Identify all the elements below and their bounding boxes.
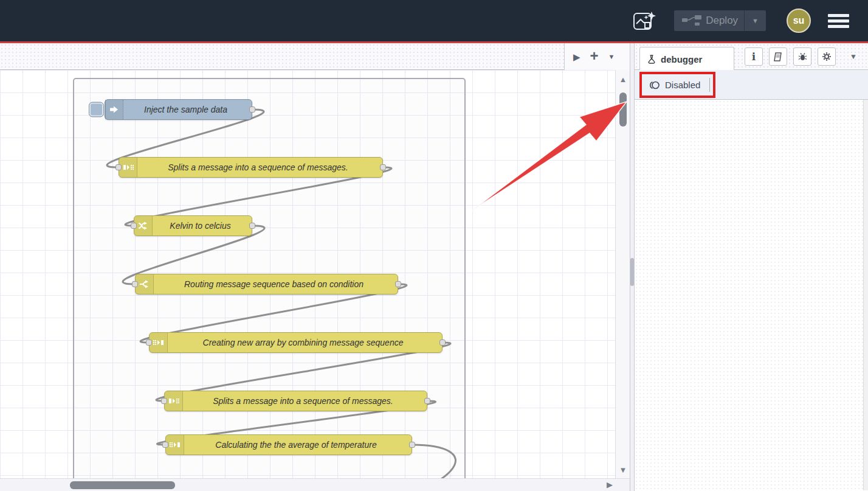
input-port[interactable]: [115, 164, 122, 170]
node-label: Kelvin to celcius: [153, 221, 252, 231]
sidebar-scrollbar[interactable]: [863, 100, 868, 490]
gear-icon: [822, 52, 832, 61]
canvas-vertical-scrollbar[interactable]: ▲ ▼: [615, 70, 630, 478]
scroll-right-icon[interactable]: ▶: [607, 480, 613, 489]
node-inject[interactable]: Inject the sample data: [105, 99, 252, 120]
output-port[interactable]: [380, 164, 386, 170]
deploy-label: Deploy: [704, 15, 744, 27]
output-port[interactable]: [439, 340, 446, 346]
input-port[interactable]: [161, 398, 167, 404]
annotation-highlight-box: Disabled: [639, 72, 715, 98]
flow-list-icon[interactable]: ▼: [608, 54, 615, 60]
add-flow-icon[interactable]: +: [590, 49, 599, 63]
node-label: Creating new array by combining message …: [168, 338, 442, 347]
split-icon: [119, 158, 137, 177]
change-icon: [134, 216, 153, 235]
info-icon: i: [752, 50, 756, 63]
input-port[interactable]: [146, 340, 152, 346]
toggle-icon: [647, 81, 660, 89]
ai-flow-icon[interactable]: [633, 10, 657, 31]
workspace-tab-strip: ▶ + ▼: [0, 43, 630, 70]
join-icon: [166, 435, 184, 454]
debug-messages-panel[interactable]: [635, 100, 868, 490]
node-switch[interactable]: Routing message sequence based on condit…: [135, 274, 398, 294]
flow-canvas[interactable]: Inject the sample data Splits a message …: [0, 70, 630, 491]
deploy-caret-icon[interactable]: ▼: [744, 10, 766, 31]
node-label: Splits a message into a sequence of mess…: [183, 396, 427, 406]
output-port[interactable]: [249, 106, 255, 113]
node-split[interactable]: Splits a message into a sequence of mess…: [119, 157, 383, 178]
flow-editor: ▶ + ▼: [0, 43, 630, 491]
settings-button[interactable]: [818, 47, 836, 66]
output-port[interactable]: [395, 281, 401, 287]
main-menu-icon[interactable]: [828, 14, 849, 28]
info-button[interactable]: i: [745, 47, 763, 66]
tab-debugger-label: debugger: [661, 54, 702, 64]
switch-icon: [136, 274, 154, 294]
input-port[interactable]: [131, 223, 137, 229]
scroll-down-icon[interactable]: ▼: [616, 465, 630, 475]
user-avatar[interactable]: su: [787, 9, 811, 33]
scroll-up-icon[interactable]: ▲: [616, 75, 630, 84]
debug-button[interactable]: [793, 47, 811, 66]
debug-toolbar: Disabled: [635, 70, 868, 100]
node-label: Inject the sample data: [123, 105, 252, 114]
node-label: Splits a message into a sequence of mess…: [137, 162, 382, 172]
toolbar-separator: [709, 78, 710, 92]
tab-controls: ▶ + ▼: [564, 43, 630, 70]
deploy-nodes-icon: [681, 15, 702, 26]
app-header: Deploy ▼ su: [0, 0, 868, 41]
tab-scroll-right-icon[interactable]: ▶: [573, 52, 580, 61]
book-icon: [773, 52, 783, 61]
output-port[interactable]: [249, 223, 255, 229]
sidebar-tabs: debugger i: [635, 43, 868, 70]
horizontal-scroll-thumb[interactable]: [70, 481, 175, 489]
sidebar: debugger i: [635, 43, 868, 491]
output-port[interactable]: [409, 442, 415, 448]
vertical-scroll-thumb[interactable]: [619, 92, 627, 127]
node-label: Routing message sequence based on condit…: [154, 279, 398, 289]
join-icon: [150, 333, 168, 352]
output-port[interactable]: [424, 398, 430, 404]
inject-icon: [105, 100, 123, 119]
deploy-button[interactable]: Deploy ▼: [674, 10, 766, 31]
node-split[interactable]: Splits a message into a sequence of mess…: [164, 391, 427, 411]
input-port[interactable]: [132, 281, 138, 287]
node-change[interactable]: Kelvin to celcius: [134, 215, 252, 236]
node-join[interactable]: Calculating the the average of temperatu…: [165, 434, 412, 455]
help-button[interactable]: [769, 47, 787, 66]
input-port[interactable]: [162, 442, 168, 448]
split-icon: [165, 391, 183, 411]
sidebar-menu-icon[interactable]: ▼: [850, 52, 857, 61]
bug-icon: [798, 52, 807, 61]
tab-debugger[interactable]: debugger: [639, 47, 734, 71]
inject-trigger-button[interactable]: [89, 102, 104, 117]
disabled-toggle-button[interactable]: Disabled: [665, 80, 700, 90]
splitter-handle[interactable]: [630, 258, 634, 286]
node-join[interactable]: Creating new array by combining message …: [149, 332, 443, 353]
sidebar-splitter[interactable]: [630, 43, 635, 491]
node-label: Calculating the the average of temperatu…: [184, 440, 412, 450]
flask-icon: [647, 55, 656, 64]
canvas-horizontal-scrollbar[interactable]: ▶: [0, 478, 630, 491]
